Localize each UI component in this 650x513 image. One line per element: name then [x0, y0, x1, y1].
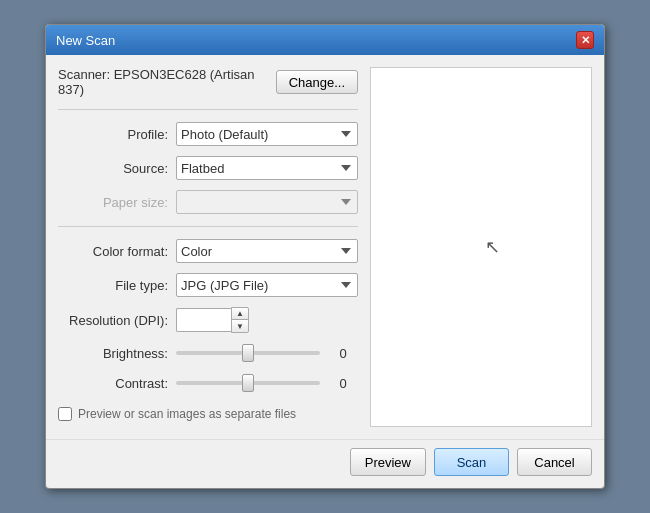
brightness-label: Brightness: [58, 346, 168, 361]
contrast-slider[interactable] [176, 381, 320, 385]
contrast-value: 0 [328, 376, 358, 391]
checkbox-row: Preview or scan images as separate files [58, 407, 358, 421]
separator-1 [58, 109, 358, 110]
contrast-label: Contrast: [58, 376, 168, 391]
resolution-decrement[interactable]: ▼ [232, 320, 248, 332]
file-type-label: File type: [58, 278, 168, 293]
contrast-slider-container [176, 373, 320, 393]
separate-files-checkbox[interactable] [58, 407, 72, 421]
brightness-value: 0 [328, 346, 358, 361]
cursor-icon: ↖ [485, 236, 500, 258]
preview-button[interactable]: Preview [350, 448, 426, 476]
color-format-select[interactable]: Color Grayscale Black and White [176, 239, 358, 263]
close-button[interactable]: ✕ [576, 31, 594, 49]
paper-size-select[interactable] [176, 190, 358, 214]
resolution-input-group: 300 ▲ ▼ [176, 307, 249, 333]
source-row: Source: Flatbed ADF [58, 156, 358, 180]
file-type-select[interactable]: JPG (JPG File) BMP (Bitmap) PNG (PNG Fil… [176, 273, 358, 297]
cancel-button[interactable]: Cancel [517, 448, 592, 476]
resolution-spinner: ▲ ▼ [231, 307, 249, 333]
profile-label: Profile: [58, 127, 168, 142]
separator-2 [58, 226, 358, 227]
file-type-row: File type: JPG (JPG File) BMP (Bitmap) P… [58, 273, 358, 297]
change-button[interactable]: Change... [276, 70, 358, 94]
resolution-input[interactable]: 300 [176, 308, 231, 332]
resolution-label: Resolution (DPI): [58, 313, 168, 328]
title-bar: New Scan ✕ [46, 25, 604, 55]
brightness-row: Brightness: 0 [58, 343, 358, 363]
resolution-row: Resolution (DPI): 300 ▲ ▼ [58, 307, 358, 333]
resolution-increment[interactable]: ▲ [232, 308, 248, 320]
scanner-label-text: Scanner: EPSON3EC628 (Artisan 837) [58, 67, 268, 97]
dialog-footer: Preview Scan Cancel [46, 439, 604, 488]
source-select[interactable]: Flatbed ADF [176, 156, 358, 180]
paper-size-row: Paper size: [58, 190, 358, 214]
color-format-label: Color format: [58, 244, 168, 259]
profile-select[interactable]: Photo (Default) Document Custom [176, 122, 358, 146]
scan-button[interactable]: Scan [434, 448, 509, 476]
paper-size-label: Paper size: [58, 195, 168, 210]
left-panel: Scanner: EPSON3EC628 (Artisan 837) Chang… [58, 67, 358, 427]
profile-row: Profile: Photo (Default) Document Custom [58, 122, 358, 146]
dialog-title: New Scan [56, 33, 115, 48]
brightness-slider-container [176, 343, 320, 363]
preview-area: ↖ [370, 67, 592, 427]
brightness-slider[interactable] [176, 351, 320, 355]
new-scan-dialog: New Scan ✕ Scanner: EPSON3EC628 (Artisan… [45, 24, 605, 489]
separate-files-label: Preview or scan images as separate files [78, 407, 296, 421]
scanner-row: Scanner: EPSON3EC628 (Artisan 837) Chang… [58, 67, 358, 97]
color-format-row: Color format: Color Grayscale Black and … [58, 239, 358, 263]
source-label: Source: [58, 161, 168, 176]
dialog-body: Scanner: EPSON3EC628 (Artisan 837) Chang… [46, 55, 604, 439]
contrast-row: Contrast: 0 [58, 373, 358, 393]
